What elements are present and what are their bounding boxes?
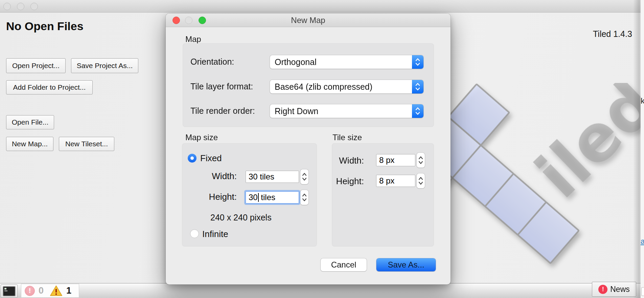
- map-height-value-after-caret: tiles: [259, 193, 275, 202]
- clipped-button: [641, 287, 644, 296]
- tile-width-input[interactable]: 8 px: [376, 154, 415, 166]
- console-icon: [3, 286, 16, 296]
- new-map-dialog: New Map Map Orientation: Orthogonal Tile…: [166, 14, 451, 284]
- map-height-input[interactable]: 30 tiles: [246, 191, 299, 204]
- open-file-button[interactable]: Open File...: [6, 115, 54, 129]
- tile-width-stepper[interactable]: [417, 153, 425, 168]
- save-as-button[interactable]: Save As...: [376, 258, 436, 271]
- tile-width-label: Width:: [313, 155, 364, 166]
- news-label: News: [610, 285, 630, 294]
- issue-counts-panel[interactable]: 0 1: [21, 284, 79, 298]
- fixed-radio[interactable]: [188, 154, 197, 163]
- infinite-radio-label: Infinite: [202, 229, 228, 239]
- map-height-stepper[interactable]: [300, 190, 308, 205]
- map-pixel-size-note: 240 x 240 pixels: [210, 213, 272, 222]
- tile-height-label: Height:: [313, 176, 364, 187]
- map-height-label: Height:: [186, 192, 237, 202]
- tile-layer-format-value: Base64 (zlib compressed): [270, 82, 412, 92]
- close-window-button[interactable]: [3, 3, 11, 10]
- tile-render-order-value: Right Down: [270, 106, 412, 116]
- news-badge-icon: [598, 285, 607, 294]
- main-window-titlebar[interactable]: [0, 0, 641, 13]
- status-bar: 0 1 News: [0, 283, 641, 298]
- logo-text: iled: [522, 83, 644, 212]
- orientation-value: Orthogonal: [270, 57, 412, 67]
- map-width-input[interactable]: 30 tiles: [246, 171, 299, 183]
- chevron-updown-icon: [412, 104, 423, 118]
- tile-layer-format-label: Tile layer format:: [190, 82, 253, 91]
- clipped-link[interactable]: a: [641, 237, 644, 246]
- map-section-label: Map: [185, 35, 201, 44]
- fixed-radio-label: Fixed: [200, 153, 222, 164]
- tile-render-order-select[interactable]: Right Down: [270, 104, 423, 118]
- infinite-radio[interactable]: [190, 229, 199, 238]
- map-width-label: Width:: [186, 171, 237, 182]
- app-version: Tiled 1.4.3: [593, 29, 632, 39]
- tile-layer-format-select[interactable]: Base64 (zlib compressed): [270, 80, 423, 93]
- add-folder-to-project-button[interactable]: Add Folder to Project...: [6, 80, 93, 94]
- tile-height-input[interactable]: 8 px: [376, 175, 415, 187]
- tile-width-value: 8 px: [379, 155, 394, 165]
- error-icon: [25, 286, 35, 296]
- minimize-window-button[interactable]: [17, 3, 24, 10]
- map-width-stepper[interactable]: [300, 169, 308, 184]
- error-count: 0: [39, 285, 44, 296]
- orientation-label: Orientation:: [190, 57, 234, 67]
- warning-count: 1: [66, 285, 71, 296]
- map-height-value-before-caret: 30: [249, 193, 258, 202]
- zoom-window-button[interactable]: [30, 3, 38, 10]
- map-size-section-label: Map size: [185, 133, 218, 142]
- chevron-updown-icon: [412, 55, 423, 69]
- clipped-text: k: [641, 96, 644, 106]
- chevron-updown-icon: [412, 80, 423, 93]
- dialog-titlebar[interactable]: New Map: [166, 14, 451, 27]
- tile-render-order-label: Tile render order:: [190, 106, 255, 116]
- console-toggle-button[interactable]: [1, 284, 18, 298]
- new-map-button[interactable]: New Map...: [6, 137, 53, 151]
- news-button[interactable]: News: [592, 282, 636, 297]
- cancel-button[interactable]: Cancel: [321, 258, 367, 271]
- map-width-value: 30 tiles: [249, 172, 274, 182]
- tile-size-section-label: Tile size: [332, 133, 362, 142]
- new-tileset-button[interactable]: New Tileset...: [59, 137, 114, 151]
- warning-icon: [50, 285, 63, 296]
- open-project-button[interactable]: Open Project...: [6, 58, 66, 73]
- save-project-as-button[interactable]: Save Project As...: [71, 58, 138, 73]
- background-window-edge: k a: [641, 0, 644, 298]
- dialog-title: New Map: [166, 16, 451, 25]
- page-title: No Open Files: [6, 20, 84, 33]
- tile-height-value: 8 px: [379, 176, 394, 186]
- tile-height-stepper[interactable]: [417, 173, 425, 188]
- orientation-select[interactable]: Orthogonal: [270, 55, 423, 69]
